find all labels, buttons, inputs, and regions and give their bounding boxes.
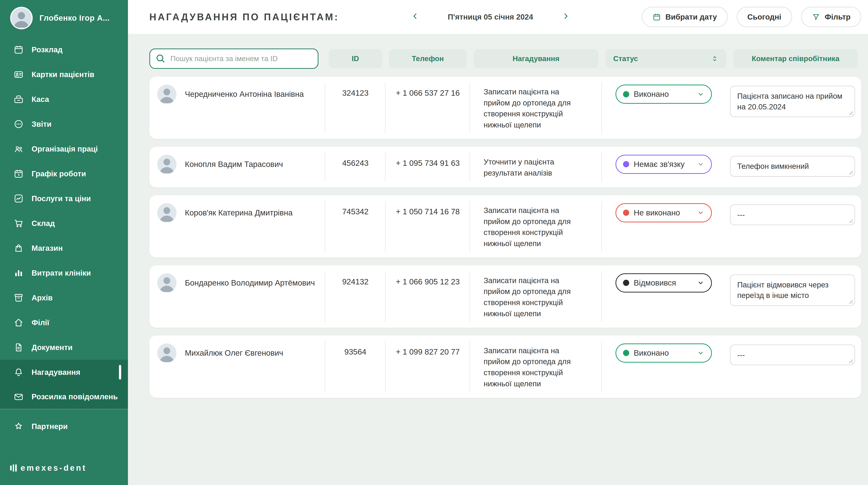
branches-icon: [13, 317, 24, 328]
patient-avatar: [157, 155, 177, 174]
sidebar-item-11[interactable]: Філії: [0, 310, 128, 335]
sidebar-item-label: Звіти: [32, 120, 52, 129]
sidebar-item-13[interactable]: Нагадування: [0, 360, 128, 385]
sidebar-item-9[interactable]: Витрати клініки: [0, 261, 128, 285]
patient-id: 93564: [325, 336, 385, 398]
patient-cards-icon: [13, 69, 24, 80]
sidebar-item-5[interactable]: Графік роботи: [0, 161, 128, 186]
filter-button[interactable]: Фільтр: [801, 7, 861, 27]
sidebar-item-7[interactable]: Склад: [0, 211, 128, 236]
calendar-icon: [652, 13, 661, 21]
sidebar-item-6[interactable]: Послуги та ціни: [0, 186, 128, 211]
sidebar-item-label: Магазин: [32, 244, 63, 253]
patient-phone: + 1 099 827 20 77: [385, 336, 470, 398]
sidebar-item-12[interactable]: Документи: [0, 335, 128, 360]
user-avatar: [10, 7, 33, 29]
next-day-button[interactable]: [558, 9, 574, 25]
comment-field[interactable]: Пацієнт відмовився через переїзд в інше …: [730, 274, 855, 306]
comment-field[interactable]: ---: [730, 204, 855, 225]
mailing-icon: [13, 392, 24, 402]
patient-avatar: [157, 85, 177, 104]
topbar-buttons: Вибрати дату Сьогодні Фільтр: [642, 7, 861, 27]
column-header-id: ID: [329, 49, 382, 68]
comment-field[interactable]: Пацієнта записано на прийом на 20.05.202…: [730, 86, 855, 117]
logo: emexes-dent: [0, 463, 128, 485]
status-select[interactable]: Не виконано: [616, 203, 712, 222]
sidebar-item-label: Каса: [32, 95, 49, 104]
chevron-down-icon: [697, 349, 704, 357]
sidebar-item-2[interactable]: Каса: [0, 87, 128, 112]
chevron-down-icon: [697, 160, 704, 168]
prev-day-button[interactable]: [407, 9, 423, 25]
sidebar-item-4[interactable]: Організація праці: [0, 137, 128, 161]
status-dot-icon: [623, 350, 629, 356]
documents-icon: [13, 342, 24, 353]
sidebar-item-label: Розсилка повідомлень: [32, 392, 118, 401]
patient-phone: + 1 050 714 16 78: [385, 195, 470, 257]
column-header-status[interactable]: Статус: [606, 49, 726, 68]
status-select[interactable]: Виконано: [616, 343, 712, 363]
chevron-right-icon: [561, 12, 570, 22]
sidebar-item-label: Розклад: [32, 45, 63, 54]
sidebar-item-label: Філії: [32, 318, 49, 327]
column-header-comment: Коментар співробітника: [733, 49, 858, 68]
archive-icon: [13, 293, 24, 303]
comment-field[interactable]: ---: [730, 344, 855, 365]
reminder-text: Записати пацієнта на прийом до ортопеда …: [470, 77, 602, 139]
chevron-left-icon: [410, 12, 420, 22]
user-name: Глобенко Ігор А...: [39, 13, 110, 23]
main-area: НАГАДУВАННЯ ПО ПАЦІЄНТАМ: П'ятниця 05 сі…: [128, 0, 868, 485]
status-dot-icon: [623, 210, 629, 216]
filter-label: Фільтр: [825, 12, 850, 22]
patient-id: 745342: [325, 195, 385, 257]
sidebar-item-14[interactable]: Розсилка повідомлень: [0, 385, 128, 410]
reminder-text: Записати пацієнта на прийом до ортопеда …: [470, 195, 602, 257]
schedule-icon: [13, 44, 24, 55]
sidebar-item-1[interactable]: Картки пацієнтів: [0, 62, 128, 87]
table-row: Чередниченко Антоніна Іванівна 324123 + …: [149, 77, 861, 139]
status-select[interactable]: Відмовився: [616, 273, 712, 293]
table-rows: Чередниченко Антоніна Іванівна 324123 + …: [149, 77, 861, 398]
table-row: Конопля Вадим Тарасович 456243 + 1 095 7…: [149, 147, 861, 187]
sidebar-item-15[interactable]: Партнери: [0, 414, 128, 439]
patient-avatar: [157, 273, 177, 293]
work-schedule-icon: [13, 169, 24, 179]
sidebar-item-label: Документи: [32, 343, 72, 352]
choose-date-button[interactable]: Вибрати дату: [642, 7, 727, 27]
warehouse-icon: [13, 218, 24, 229]
patient-name: Бондаренко Володимир Артёмович: [185, 273, 315, 288]
sidebar-item-10[interactable]: Архів: [0, 285, 128, 310]
expenses-icon: [13, 268, 24, 278]
services-icon: [13, 193, 24, 204]
search-input[interactable]: [149, 49, 318, 69]
status-label: Відмовився: [634, 278, 692, 287]
page-title: НАГАДУВАННЯ ПО ПАЦІЄНТАМ:: [149, 11, 339, 23]
status-select[interactable]: Немає зв'язку: [616, 155, 712, 174]
user-profile[interactable]: Глобенко Ігор А...: [0, 0, 128, 37]
status-select[interactable]: Виконано: [616, 85, 712, 104]
sort-icon: [711, 55, 719, 63]
today-button[interactable]: Сьогодні: [737, 7, 792, 27]
status-label: Не виконано: [634, 208, 692, 217]
patient-name: Конопля Вадим Тарасович: [185, 155, 283, 170]
sidebar-item-3[interactable]: Звіти: [0, 112, 128, 137]
sidebar-item-8[interactable]: Магазин: [0, 236, 128, 261]
table-row: Бондаренко Володимир Артёмович 924132 + …: [149, 266, 861, 328]
chevron-down-icon: [697, 279, 704, 286]
sidebar-item-0[interactable]: Розклад: [0, 37, 128, 62]
sidebar-item-label: Організація праці: [32, 145, 98, 153]
organization-icon: [13, 144, 24, 154]
reminder-text: Записати пацієнта на прийом до ортопеда …: [470, 266, 602, 328]
chevron-down-icon: [697, 91, 704, 98]
today-label: Сьогодні: [747, 12, 781, 22]
sidebar-item-label: Витрати клініки: [32, 269, 91, 277]
topbar: НАГАДУВАННЯ ПО ПАЦІЄНТАМ: П'ятниця 05 сі…: [128, 0, 868, 34]
sidebar-item-label: Графік роботи: [32, 170, 86, 178]
reminder-text: Уточнити у пацієнта результати аналізів: [470, 147, 602, 187]
status-label: Виконано: [634, 90, 692, 99]
status-label: Виконано: [634, 348, 692, 358]
comment-field[interactable]: Телефон вимкнений: [730, 156, 855, 177]
table-header-row: ID Телефон Нагадування Статус Коментар с…: [149, 49, 861, 69]
patient-avatar: [157, 203, 177, 222]
logo-text: emexes-dent: [21, 463, 87, 473]
